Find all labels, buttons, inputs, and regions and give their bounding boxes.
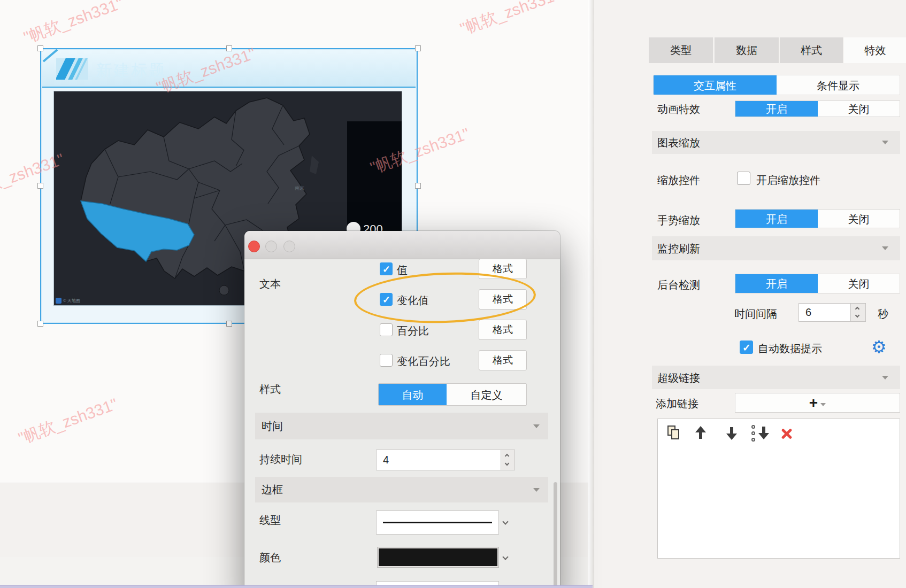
animation-label: 动画特效	[657, 102, 700, 117]
minimize-icon[interactable]	[265, 241, 277, 252]
gesture-zoom-on-button[interactable]: 开启	[735, 210, 818, 228]
add-link-label: 添加链接	[656, 397, 698, 411]
zoom-control-label: 缩放控件	[657, 173, 700, 188]
gesture-zoom-label: 手势缩放	[657, 213, 700, 228]
border-section-header[interactable]: 边框	[255, 477, 548, 502]
format-dialog: 文本 值 格式 变化值 格式 百分比 格式 变化百分比 格式 样式 自动 自定义…	[244, 231, 560, 588]
subtab-interaction[interactable]: 交互属性	[654, 75, 777, 95]
add-link-button[interactable]: +	[735, 393, 900, 413]
window-bottom-edge	[0, 585, 593, 588]
change-percent-format-button[interactable]: 格式	[479, 350, 527, 370]
line-sample	[383, 522, 492, 523]
chevron-down-icon	[820, 403, 826, 406]
style-auto-button[interactable]: 自动	[379, 384, 447, 405]
subtab-segment: 交互属性 条件显示	[653, 75, 900, 95]
duration-stepper[interactable]	[501, 450, 515, 470]
chevron-down-icon[interactable]	[882, 376, 888, 380]
value-checkbox[interactable]	[380, 262, 393, 275]
animation-off-button[interactable]: 关闭	[818, 101, 900, 117]
zoom-control-checkbox[interactable]	[737, 172, 750, 185]
move-up-icon[interactable]	[695, 426, 706, 441]
chart-zoom-section-header[interactable]: 图表缩放	[652, 131, 900, 154]
watermark: "帆软_zsh331"	[16, 393, 121, 450]
background-check-label: 后台检测	[657, 278, 700, 292]
chevron-down-icon[interactable]	[502, 519, 508, 524]
percent-label: 百分比	[397, 324, 429, 338]
resize-handle-s[interactable]	[226, 321, 232, 327]
zoom-control-checkbox-label: 开启缩放控件	[756, 173, 820, 188]
tab-type[interactable]: 类型	[649, 37, 713, 63]
color-label: 颜色	[259, 551, 281, 565]
close-icon[interactable]	[248, 241, 260, 252]
auto-tip-label: 自动数据提示	[758, 342, 822, 356]
watermark: "帆软_zsh331"	[457, 0, 563, 40]
resize-handle-w[interactable]	[37, 183, 43, 189]
time-section-header[interactable]: 时间	[255, 413, 548, 439]
change-value-label: 变化值	[397, 293, 429, 308]
gesture-zoom-toggle: 开启 关闭	[735, 209, 900, 228]
resize-handle-ne[interactable]	[415, 45, 421, 51]
change-percent-checkbox[interactable]	[380, 354, 393, 367]
background-check-toggle: 开启 关闭	[735, 274, 900, 293]
background-check-off-button[interactable]: 关闭	[818, 274, 900, 293]
duration-input[interactable]: 4	[376, 450, 501, 470]
map-logo-icon	[56, 298, 62, 304]
chevron-down-icon[interactable]	[882, 246, 888, 250]
resize-handle-nw[interactable]	[37, 45, 43, 51]
chevron-down-icon[interactable]	[533, 424, 540, 428]
tab-data[interactable]: 数据	[715, 37, 779, 63]
stripes-logo-icon	[56, 58, 88, 80]
delete-icon[interactable]	[780, 427, 794, 440]
line-type-label: 线型	[259, 513, 281, 528]
monitor-refresh-section-header[interactable]: 监控刷新	[652, 236, 900, 260]
style-label: 样式	[259, 382, 281, 397]
duration-label: 持续时间	[259, 452, 302, 467]
watermark: "帆软_zsh331"	[21, 0, 126, 49]
dialog-scrollbar[interactable]	[554, 482, 557, 588]
gear-icon[interactable]: ⚙	[871, 337, 887, 357]
change-percent-label: 变化百分比	[397, 354, 450, 369]
color-swatch-dropdown[interactable]	[377, 547, 499, 568]
app-window: 新建标题 200 南京 © 天地图	[0, 0, 906, 588]
subtab-condition[interactable]: 条件显示	[777, 75, 900, 95]
chevron-down-icon[interactable]	[502, 554, 508, 560]
move-down-icon[interactable]	[726, 426, 737, 441]
plus-icon: +	[809, 395, 818, 411]
style-segment: 自动 自定义	[378, 383, 527, 406]
interval-input[interactable]: 6	[798, 303, 851, 322]
properties-panel: 类型 数据 样式 特效 交互属性 条件显示 动画特效 开启 关闭 图表缩放 缩放…	[594, 0, 906, 588]
map-attribution: © 天地图	[56, 298, 80, 304]
background-check-on-button[interactable]: 开启	[735, 274, 818, 293]
widget-title: 新建标题	[96, 60, 166, 82]
value-format-button[interactable]: 格式	[479, 259, 527, 279]
gesture-zoom-off-button[interactable]: 关闭	[818, 210, 900, 228]
chevron-down-icon[interactable]	[533, 488, 540, 492]
percent-checkbox[interactable]	[380, 323, 393, 336]
value-label: 值	[397, 263, 408, 277]
interval-stepper[interactable]	[851, 303, 866, 322]
animation-toggle: 开启 关闭	[735, 100, 900, 117]
resize-handle-n[interactable]	[226, 45, 232, 51]
tab-style[interactable]: 样式	[780, 37, 843, 63]
maximize-icon[interactable]	[283, 241, 295, 252]
dialog-titlebar[interactable]	[244, 231, 560, 259]
change-value-format-button[interactable]: 格式	[479, 289, 527, 310]
change-value-checkbox[interactable]	[380, 293, 393, 306]
panel-shadow	[588, 0, 594, 588]
style-custom-button[interactable]: 自定义	[447, 384, 526, 405]
widget-header: 新建标题	[42, 50, 416, 88]
resize-handle-e[interactable]	[415, 183, 421, 189]
link-list[interactable]	[657, 419, 900, 559]
interval-label: 时间间隔	[734, 307, 777, 321]
map-city-label: 南京	[295, 185, 304, 192]
animation-on-button[interactable]: 开启	[735, 101, 818, 117]
resize-handle-sw[interactable]	[37, 321, 43, 327]
auto-tip-checkbox[interactable]	[740, 341, 753, 354]
hyperlink-section-header[interactable]: 超级链接	[652, 366, 900, 389]
tab-effects[interactable]: 特效	[844, 37, 906, 63]
line-type-dropdown[interactable]	[376, 510, 499, 535]
chevron-down-icon[interactable]	[882, 141, 888, 144]
text-section-label: 文本	[259, 277, 281, 291]
percent-format-button[interactable]: 格式	[479, 320, 527, 340]
interval-unit-label: 秒	[878, 307, 888, 321]
